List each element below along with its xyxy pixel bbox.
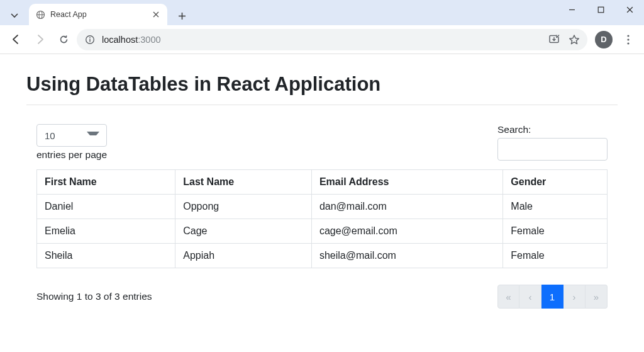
new-tab-button[interactable] — [172, 6, 191, 25]
datatable-controls: 10 entries per page Search: — [36, 124, 608, 161]
col-first-name[interactable]: First Name — [37, 170, 175, 195]
browser-toolbar: localhost:3000 D — [0, 25, 644, 54]
pager-first-button[interactable]: « — [497, 285, 519, 309]
search-control: Search: — [497, 124, 608, 161]
address-bar[interactable]: localhost:3000 — [77, 29, 587, 50]
window-minimize-button[interactable] — [557, 0, 586, 19]
pagination: « ‹ 1 › » — [497, 285, 608, 309]
col-email[interactable]: Email Address — [311, 170, 502, 195]
site-info-icon[interactable] — [84, 34, 96, 45]
cell-first: Sheila — [37, 244, 175, 268]
cell-gender: Female — [503, 219, 608, 244]
data-table: First Name Last Name Email Address Gende… — [36, 169, 608, 268]
cell-email: dan@mail.com — [311, 195, 502, 219]
tab-search-button[interactable] — [4, 6, 25, 25]
page-length-select[interactable]: 10 — [36, 124, 107, 147]
datatable-wrapper: 10 entries per page Search: First Name L… — [26, 124, 618, 309]
table-row: Daniel Oppong dan@mail.com Male — [37, 195, 608, 219]
page-content: Using DataTables in React Application 10… — [0, 54, 644, 321]
col-gender[interactable]: Gender — [503, 170, 608, 195]
cell-last: Cage — [175, 219, 312, 244]
back-button[interactable] — [5, 29, 26, 50]
window-close-button[interactable] — [615, 0, 644, 19]
url-text: localhost:3000 — [102, 35, 161, 45]
datatable-footer: Showing 1 to 3 of 3 entries « ‹ 1 › » — [36, 285, 608, 309]
globe-icon — [35, 9, 45, 20]
window-maximize-button[interactable] — [586, 0, 615, 19]
url-host: localhost — [102, 35, 138, 45]
svg-rect-4 — [598, 7, 604, 13]
table-row: Emelia Cage cage@email.com Female — [37, 219, 608, 244]
pager-prev-button[interactable]: ‹ — [519, 285, 541, 309]
tab-title: React App — [50, 10, 146, 19]
bookmark-icon[interactable] — [569, 34, 580, 45]
page-title: Using DataTables in React Application — [26, 73, 618, 96]
pager-next-button[interactable]: › — [564, 285, 586, 309]
svg-rect-7 — [89, 39, 91, 42]
tab-close-button[interactable] — [151, 9, 161, 20]
avatar-initial: D — [601, 35, 606, 44]
divider — [26, 105, 618, 105]
forward-button[interactable] — [29, 29, 50, 50]
length-control: 10 entries per page — [36, 124, 107, 161]
cell-gender: Female — [503, 244, 608, 268]
cell-first: Daniel — [37, 195, 175, 219]
url-port: :3000 — [138, 35, 160, 45]
pager-last-button[interactable]: » — [586, 285, 608, 309]
window-controls — [557, 0, 644, 25]
table-info: Showing 1 to 3 of 3 entries — [36, 291, 152, 302]
pager-page-button[interactable]: 1 — [541, 285, 564, 309]
browser-tab-strip: React App — [0, 0, 644, 25]
cell-email: sheila@mail.com — [311, 244, 502, 268]
cell-last: Appiah — [175, 244, 312, 268]
cell-last: Oppong — [175, 195, 312, 219]
search-label: Search: — [497, 124, 531, 135]
svg-point-12 — [627, 42, 629, 44]
cell-first: Emelia — [37, 219, 175, 244]
install-app-icon[interactable] — [548, 34, 560, 45]
profile-avatar[interactable]: D — [595, 31, 613, 48]
reload-button[interactable] — [53, 29, 74, 50]
browser-menu-button[interactable] — [618, 29, 639, 50]
cell-gender: Male — [503, 195, 608, 219]
table-header-row: First Name Last Name Email Address Gende… — [37, 170, 608, 195]
cell-email: cage@email.com — [311, 219, 502, 244]
search-input[interactable] — [497, 138, 608, 161]
col-last-name[interactable]: Last Name — [175, 170, 312, 195]
table-row: Sheila Appiah sheila@mail.com Female — [37, 244, 608, 268]
svg-point-10 — [627, 35, 629, 37]
svg-point-6 — [89, 37, 91, 38]
length-label: entries per page — [36, 149, 107, 161]
svg-point-11 — [627, 38, 629, 40]
browser-tab[interactable]: React App — [29, 4, 167, 25]
